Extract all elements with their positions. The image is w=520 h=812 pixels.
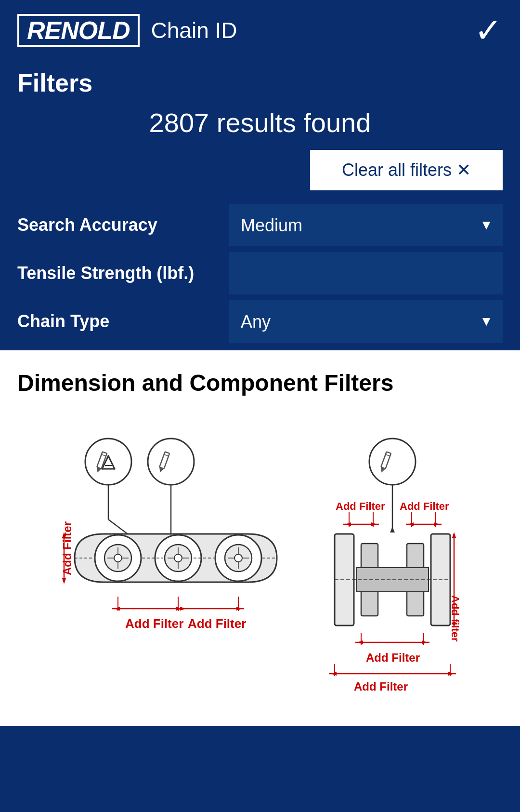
diagram-area: Add Filter Add Filter Add Filter [17,413,503,703]
filters-heading: Filters [17,68,503,97]
svg-point-52 [369,439,416,485]
svg-marker-77 [452,532,456,538]
filters-section: Filters 2807 results found Clear all fil… [0,57,520,343]
checkmark-icon[interactable]: ✓ [474,13,503,47]
dimension-card: Dimension and Component Filters [0,350,520,726]
chain-type-row: Chain Type Any Roller Chain Leaf Chain E… [17,300,503,343]
svg-text:Add filter: Add filter [449,595,460,642]
bottom-spacer [0,726,520,812]
svg-text:Add Filter: Add Filter [125,616,183,631]
chain-type-select-wrapper[interactable]: Any Roller Chain Leaf Chain Engineering … [229,300,503,343]
svg-point-26 [174,554,182,562]
header: RENOLD Chain ID ✓ [0,0,520,57]
svg-marker-61 [345,522,351,526]
chain-type-label: Chain Type [17,311,229,332]
tensile-strength-row: Tensile Strength (lbf.) [17,252,503,294]
chain-side-diagram: Add Filter Add Filter Add Filter [60,423,296,693]
header-left: RENOLD Chain ID [17,14,237,47]
clear-filters-row: Clear all filters ✕ [17,150,503,190]
tensile-strength-input[interactable] [229,252,503,294]
svg-marker-68 [434,522,440,526]
svg-text:Add Filter: Add Filter [61,521,74,575]
clear-all-filters-button[interactable]: Clear all filters ✕ [310,150,503,190]
app-title: Chain ID [151,17,237,43]
results-count: 2807 results found [17,107,503,138]
svg-marker-90 [448,672,454,676]
search-accuracy-select-wrapper[interactable]: Low Medium High ▼ [229,204,503,246]
svg-marker-43 [114,607,120,611]
svg-marker-67 [408,522,414,526]
svg-marker-89 [331,672,337,676]
svg-text:Add Filter: Add Filter [354,680,408,693]
svg-marker-50 [236,607,242,611]
svg-point-21 [114,554,122,562]
search-accuracy-row: Search Accuracy Low Medium High ▼ [17,204,503,246]
svg-point-8 [148,439,194,485]
search-accuracy-label: Search Accuracy [17,215,229,235]
svg-text:Add Filter: Add Filter [188,616,246,631]
renold-logo: RENOLD [17,14,140,47]
svg-marker-38 [62,578,66,584]
chain-end-diagram: Add Filter Add Filter Add filter [325,423,460,693]
svg-text:Add Filter: Add Filter [336,500,385,512]
svg-text:Add Filter: Add Filter [400,500,449,512]
svg-marker-84 [422,640,428,644]
svg-marker-83 [357,640,363,644]
svg-text:Add Filter: Add Filter [366,651,420,664]
dimension-title: Dimension and Component Filters [17,370,503,396]
svg-marker-62 [371,522,377,526]
svg-point-35 [234,554,242,562]
svg-marker-57 [390,527,395,532]
chain-type-select[interactable]: Any Roller Chain Leaf Chain Engineering … [229,300,503,343]
svg-point-0 [85,439,131,485]
tensile-strength-label: Tensile Strength (lbf.) [17,263,229,283]
search-accuracy-select[interactable]: Low Medium High [229,204,503,246]
svg-marker-49 [180,607,186,611]
